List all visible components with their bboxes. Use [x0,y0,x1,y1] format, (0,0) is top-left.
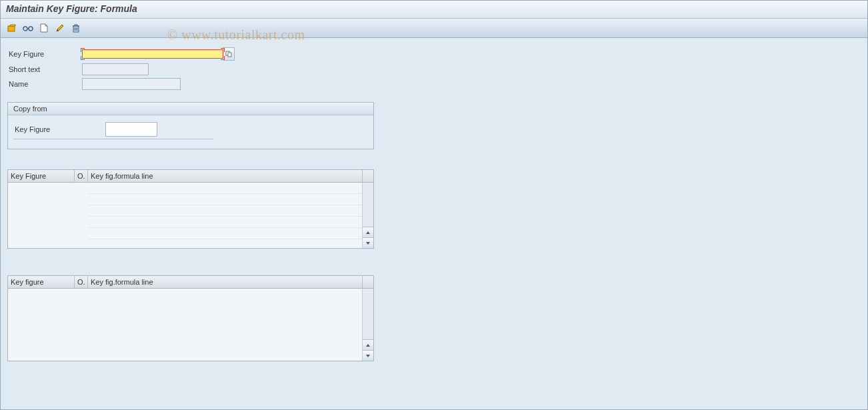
grid1-col-line[interactable]: Key fig.formula line [88,170,363,182]
display-button[interactable] [21,21,35,35]
table-row[interactable] [88,183,363,194]
svg-marker-7 [366,231,370,234]
grid1-col-key-figure[interactable]: Key Figure [8,170,75,182]
name-input[interactable] [82,78,181,90]
content-area: Key Figure Short text Name Copy from [1,38,867,371]
page-blank-icon [40,23,48,33]
grid2-header-corner [363,276,373,288]
scroll-down-button[interactable] [363,237,373,248]
name-label: Name [7,80,82,88]
short-text-label: Short text [7,65,82,73]
grid1-col-op[interactable]: O. [75,170,88,182]
grid2-col-key-figure[interactable]: Key figure [8,276,75,288]
pencil-icon [55,23,65,33]
trash-icon [72,23,80,33]
copy-from-panel: Copy from Key Figure [7,102,374,149]
grid1-body[interactable] [8,183,373,248]
table-row[interactable] [88,228,363,239]
delete-button[interactable] [69,21,83,35]
svg-marker-9 [366,344,370,347]
table-row[interactable] [88,205,363,217]
scroll-down-button[interactable] [363,350,373,361]
scroll-up-button[interactable] [363,227,373,237]
chevron-up-icon [365,231,371,235]
chevron-up-icon [365,343,371,347]
svg-marker-1 [9,25,15,26]
grid1-scrollbar [362,183,373,248]
app-window: Maintain Key Figure: Formula [0,0,868,410]
key-figure-input[interactable] [83,50,223,58]
page-title: Maintain Key Figure: Formula [1,1,867,19]
toolbar [1,19,867,38]
chevron-down-icon [365,241,371,245]
change-button[interactable] [53,21,67,35]
folder-open-icon [7,23,17,33]
svg-rect-0 [8,26,15,31]
grid2-scrollbar [362,289,373,361]
scroll-up-button[interactable] [363,339,373,350]
table-row[interactable] [88,194,363,205]
search-help-icon [225,51,232,57]
copy-key-figure-input[interactable] [105,122,157,137]
formula-grid-2: Key figure O. Key fig.formula line [7,275,374,361]
key-figure-search-help-button[interactable] [223,47,235,61]
svg-marker-8 [366,242,370,245]
grid2-body[interactable] [8,289,373,361]
svg-marker-10 [366,355,370,357]
key-figure-label: Key Figure [7,50,82,58]
divider [13,138,213,139]
chevron-down-icon [365,354,371,358]
key-figure-field-wrapper [82,49,223,59]
grid2-col-op[interactable]: O. [75,276,88,288]
other-object-button[interactable] [5,21,19,35]
formula-grid-1: Key Figure O. Key fig.formula line [7,169,374,249]
glasses-icon [23,23,33,33]
svg-rect-6 [228,53,231,57]
table-row[interactable] [88,217,363,228]
copy-key-figure-label: Key Figure [13,125,105,133]
copy-from-title: Copy from [8,103,373,115]
grid2-col-line[interactable]: Key fig.formula line [88,276,363,288]
create-button[interactable] [37,21,51,35]
grid1-header-corner [363,170,373,182]
short-text-input[interactable] [82,63,149,75]
